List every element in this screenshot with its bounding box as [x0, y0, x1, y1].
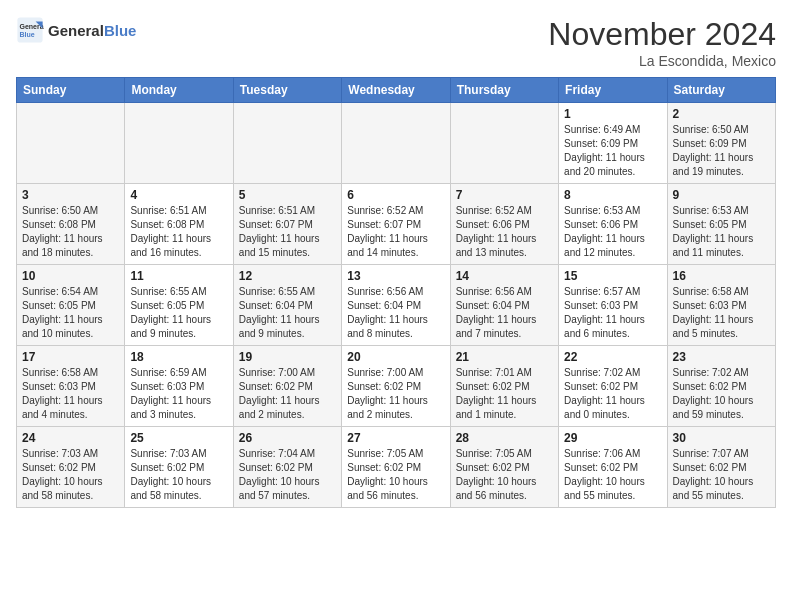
day-number: 8 — [564, 188, 661, 202]
calendar-cell-w2-d4: 6Sunrise: 6:52 AMSunset: 6:07 PMDaylight… — [342, 184, 450, 265]
day-info: Sunrise: 6:49 AMSunset: 6:09 PMDaylight:… — [564, 123, 661, 179]
svg-rect-0 — [17, 17, 42, 42]
day-info: Sunrise: 6:51 AMSunset: 6:08 PMDaylight:… — [130, 204, 227, 260]
calendar-cell-w1-d6: 1Sunrise: 6:49 AMSunset: 6:09 PMDaylight… — [559, 103, 667, 184]
day-number: 11 — [130, 269, 227, 283]
day-info: Sunrise: 6:57 AMSunset: 6:03 PMDaylight:… — [564, 285, 661, 341]
day-info: Sunrise: 6:52 AMSunset: 6:07 PMDaylight:… — [347, 204, 444, 260]
calendar-cell-w1-d7: 2Sunrise: 6:50 AMSunset: 6:09 PMDaylight… — [667, 103, 775, 184]
calendar-cell-w4-d6: 22Sunrise: 7:02 AMSunset: 6:02 PMDayligh… — [559, 346, 667, 427]
day-number: 9 — [673, 188, 770, 202]
logo-text: GeneralBlue — [48, 22, 136, 39]
calendar-cell-w3-d2: 11Sunrise: 6:55 AMSunset: 6:05 PMDayligh… — [125, 265, 233, 346]
calendar-cell-w4-d7: 23Sunrise: 7:02 AMSunset: 6:02 PMDayligh… — [667, 346, 775, 427]
day-info: Sunrise: 6:50 AMSunset: 6:09 PMDaylight:… — [673, 123, 770, 179]
day-info: Sunrise: 7:00 AMSunset: 6:02 PMDaylight:… — [239, 366, 336, 422]
day-number: 22 — [564, 350, 661, 364]
calendar-cell-w5-d5: 28Sunrise: 7:05 AMSunset: 6:02 PMDayligh… — [450, 427, 558, 508]
calendar-cell-w4-d5: 21Sunrise: 7:01 AMSunset: 6:02 PMDayligh… — [450, 346, 558, 427]
header-thursday: Thursday — [450, 78, 558, 103]
logo-icon: General Blue — [16, 16, 44, 44]
header-friday: Friday — [559, 78, 667, 103]
svg-text:Blue: Blue — [20, 31, 35, 38]
header-saturday: Saturday — [667, 78, 775, 103]
day-info: Sunrise: 7:03 AMSunset: 6:02 PMDaylight:… — [22, 447, 119, 503]
day-info: Sunrise: 6:53 AMSunset: 6:06 PMDaylight:… — [564, 204, 661, 260]
calendar-cell-w4-d4: 20Sunrise: 7:00 AMSunset: 6:02 PMDayligh… — [342, 346, 450, 427]
day-info: Sunrise: 7:02 AMSunset: 6:02 PMDaylight:… — [564, 366, 661, 422]
calendar-cell-w3-d6: 15Sunrise: 6:57 AMSunset: 6:03 PMDayligh… — [559, 265, 667, 346]
calendar-week-1: 1Sunrise: 6:49 AMSunset: 6:09 PMDaylight… — [17, 103, 776, 184]
calendar-cell-w4-d2: 18Sunrise: 6:59 AMSunset: 6:03 PMDayligh… — [125, 346, 233, 427]
calendar-cell-w2-d7: 9Sunrise: 6:53 AMSunset: 6:05 PMDaylight… — [667, 184, 775, 265]
page-header: General Blue GeneralBlue November 2024 L… — [16, 16, 776, 69]
logo: General Blue GeneralBlue — [16, 16, 136, 44]
calendar-cell-w4-d3: 19Sunrise: 7:00 AMSunset: 6:02 PMDayligh… — [233, 346, 341, 427]
month-title: November 2024 — [548, 16, 776, 53]
day-number: 12 — [239, 269, 336, 283]
calendar-header-row: Sunday Monday Tuesday Wednesday Thursday… — [17, 78, 776, 103]
calendar-cell-w5-d7: 30Sunrise: 7:07 AMSunset: 6:02 PMDayligh… — [667, 427, 775, 508]
calendar-week-5: 24Sunrise: 7:03 AMSunset: 6:02 PMDayligh… — [17, 427, 776, 508]
calendar-cell-w2-d1: 3Sunrise: 6:50 AMSunset: 6:08 PMDaylight… — [17, 184, 125, 265]
calendar-cell-w5-d4: 27Sunrise: 7:05 AMSunset: 6:02 PMDayligh… — [342, 427, 450, 508]
calendar-cell-w3-d1: 10Sunrise: 6:54 AMSunset: 6:05 PMDayligh… — [17, 265, 125, 346]
day-number: 19 — [239, 350, 336, 364]
day-number: 14 — [456, 269, 553, 283]
calendar-cell-w3-d4: 13Sunrise: 6:56 AMSunset: 6:04 PMDayligh… — [342, 265, 450, 346]
header-tuesday: Tuesday — [233, 78, 341, 103]
logo-general: General — [48, 22, 104, 39]
day-info: Sunrise: 6:59 AMSunset: 6:03 PMDaylight:… — [130, 366, 227, 422]
day-info: Sunrise: 7:00 AMSunset: 6:02 PMDaylight:… — [347, 366, 444, 422]
day-info: Sunrise: 6:51 AMSunset: 6:07 PMDaylight:… — [239, 204, 336, 260]
header-monday: Monday — [125, 78, 233, 103]
day-info: Sunrise: 7:01 AMSunset: 6:02 PMDaylight:… — [456, 366, 553, 422]
calendar-cell-w1-d4 — [342, 103, 450, 184]
day-number: 3 — [22, 188, 119, 202]
day-number: 20 — [347, 350, 444, 364]
day-info: Sunrise: 6:56 AMSunset: 6:04 PMDaylight:… — [456, 285, 553, 341]
day-info: Sunrise: 7:05 AMSunset: 6:02 PMDaylight:… — [347, 447, 444, 503]
calendar-cell-w2-d5: 7Sunrise: 6:52 AMSunset: 6:06 PMDaylight… — [450, 184, 558, 265]
title-section: November 2024 La Escondida, Mexico — [548, 16, 776, 69]
day-number: 6 — [347, 188, 444, 202]
day-info: Sunrise: 6:53 AMSunset: 6:05 PMDaylight:… — [673, 204, 770, 260]
day-number: 15 — [564, 269, 661, 283]
day-number: 5 — [239, 188, 336, 202]
day-number: 4 — [130, 188, 227, 202]
day-info: Sunrise: 7:02 AMSunset: 6:02 PMDaylight:… — [673, 366, 770, 422]
header-wednesday: Wednesday — [342, 78, 450, 103]
calendar-cell-w4-d1: 17Sunrise: 6:58 AMSunset: 6:03 PMDayligh… — [17, 346, 125, 427]
calendar-cell-w5-d6: 29Sunrise: 7:06 AMSunset: 6:02 PMDayligh… — [559, 427, 667, 508]
day-info: Sunrise: 6:52 AMSunset: 6:06 PMDaylight:… — [456, 204, 553, 260]
calendar-cell-w2-d6: 8Sunrise: 6:53 AMSunset: 6:06 PMDaylight… — [559, 184, 667, 265]
calendar-cell-w3-d7: 16Sunrise: 6:58 AMSunset: 6:03 PMDayligh… — [667, 265, 775, 346]
calendar-cell-w2-d3: 5Sunrise: 6:51 AMSunset: 6:07 PMDaylight… — [233, 184, 341, 265]
day-number: 10 — [22, 269, 119, 283]
location: La Escondida, Mexico — [548, 53, 776, 69]
day-number: 16 — [673, 269, 770, 283]
day-info: Sunrise: 6:56 AMSunset: 6:04 PMDaylight:… — [347, 285, 444, 341]
day-number: 17 — [22, 350, 119, 364]
day-number: 13 — [347, 269, 444, 283]
calendar-cell-w2-d2: 4Sunrise: 6:51 AMSunset: 6:08 PMDaylight… — [125, 184, 233, 265]
day-info: Sunrise: 7:03 AMSunset: 6:02 PMDaylight:… — [130, 447, 227, 503]
day-number: 29 — [564, 431, 661, 445]
calendar-week-3: 10Sunrise: 6:54 AMSunset: 6:05 PMDayligh… — [17, 265, 776, 346]
day-number: 25 — [130, 431, 227, 445]
calendar-cell-w1-d3 — [233, 103, 341, 184]
day-number: 27 — [347, 431, 444, 445]
day-number: 26 — [239, 431, 336, 445]
day-info: Sunrise: 7:04 AMSunset: 6:02 PMDaylight:… — [239, 447, 336, 503]
logo-blue: Blue — [104, 22, 137, 39]
calendar-table: Sunday Monday Tuesday Wednesday Thursday… — [16, 77, 776, 508]
day-info: Sunrise: 6:55 AMSunset: 6:04 PMDaylight:… — [239, 285, 336, 341]
calendar-cell-w1-d2 — [125, 103, 233, 184]
calendar-cell-w3-d3: 12Sunrise: 6:55 AMSunset: 6:04 PMDayligh… — [233, 265, 341, 346]
day-info: Sunrise: 6:58 AMSunset: 6:03 PMDaylight:… — [673, 285, 770, 341]
day-info: Sunrise: 7:06 AMSunset: 6:02 PMDaylight:… — [564, 447, 661, 503]
header-sunday: Sunday — [17, 78, 125, 103]
day-number: 2 — [673, 107, 770, 121]
calendar-cell-w5-d2: 25Sunrise: 7:03 AMSunset: 6:02 PMDayligh… — [125, 427, 233, 508]
day-number: 7 — [456, 188, 553, 202]
